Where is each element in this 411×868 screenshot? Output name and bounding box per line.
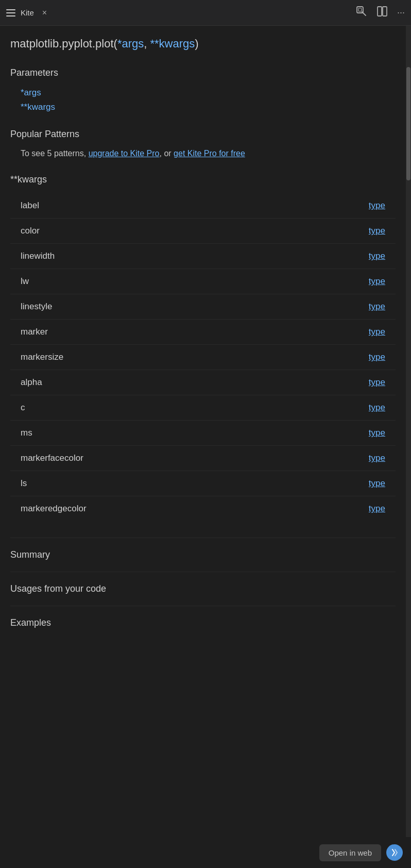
kite-logo	[386, 844, 403, 861]
kwarg-type-link[interactable]: type	[369, 504, 396, 514]
kwargs-item: markeredgecolortype	[10, 496, 396, 521]
kwarg-type-link[interactable]: type	[369, 276, 396, 287]
main-content: matplotlib.pyplot.plot(*args, **kwargs) …	[0, 26, 411, 868]
kwarg-type-link[interactable]: type	[369, 226, 396, 236]
patterns-desc-prefix: To see 5 patterns,	[21, 149, 89, 158]
close-icon[interactable]: ×	[39, 7, 50, 19]
kwargs-item: labeltype	[10, 193, 396, 219]
kwarg-type-link[interactable]: type	[369, 251, 396, 261]
kwargs-item: markertype	[10, 320, 396, 345]
kwargs-item: alphatype	[10, 370, 396, 395]
kwargs-list: labeltypecolortypelinewidthtypelwtypelin…	[10, 193, 396, 521]
bottom-section-item: Examples	[10, 606, 396, 640]
parameters-heading: Parameters	[10, 68, 396, 78]
kwarg-name: markeredgecolor	[21, 504, 87, 514]
svg-rect-3	[378, 7, 382, 16]
function-arg2: **kwargs	[150, 37, 195, 50]
kwarg-name: ls	[21, 478, 27, 489]
kwarg-type-link[interactable]: type	[369, 403, 396, 413]
kwarg-name: linewidth	[21, 251, 55, 261]
function-arg1: *args	[117, 37, 144, 50]
free-link[interactable]: get Kite Pro for free	[174, 149, 245, 158]
function-prefix: matplotlib.pyplot.plot(	[10, 37, 117, 50]
svg-rect-2	[358, 8, 362, 11]
kwarg-type-link[interactable]: type	[369, 377, 396, 388]
bottom-section-item: Usages from your code	[10, 572, 396, 606]
kwarg-type-link[interactable]: type	[369, 352, 396, 362]
patterns-description: To see 5 patterns, upgrade to Kite Pro, …	[10, 147, 396, 160]
kwargs-item: lwtype	[10, 269, 396, 294]
kwarg-type-link[interactable]: type	[369, 428, 396, 438]
content-wrapper: matplotlib.pyplot.plot(*args, **kwargs) …	[0, 26, 411, 868]
kwarg-name: color	[21, 226, 40, 236]
titlebar-left: Kite ×	[6, 7, 50, 19]
patterns-desc-middle: , or	[160, 149, 174, 158]
function-signature: matplotlib.pyplot.plot(*args, **kwargs)	[10, 36, 396, 52]
kwargs-item: linewidthtype	[10, 244, 396, 269]
popular-patterns-heading: Popular Patterns	[10, 129, 396, 140]
tab-label: Kite	[21, 8, 34, 17]
kwargs-item: colortype	[10, 219, 396, 244]
function-comma: ,	[144, 37, 150, 50]
kwarg-type-link[interactable]: type	[369, 453, 396, 463]
kwarg-name: lw	[21, 276, 29, 287]
parameters-section: Parameters *args **kwargs	[10, 68, 396, 114]
titlebar: Kite × ···	[0, 0, 411, 26]
footer-bar: Open in web	[0, 837, 411, 868]
scrollbar-thumb[interactable]	[406, 67, 410, 180]
param-item-args: *args	[10, 86, 396, 100]
kwarg-type-link[interactable]: type	[369, 302, 396, 312]
open-in-web-button[interactable]: Open in web	[319, 844, 381, 861]
kwarg-name: linestyle	[21, 302, 52, 312]
kwarg-name: ms	[21, 428, 32, 438]
kwargs-section: **kwargs labeltypecolortypelinewidthtype…	[10, 174, 396, 521]
kwargs-item: linestyletype	[10, 294, 396, 320]
upgrade-link[interactable]: upgrade to Kite Pro	[89, 149, 160, 158]
hamburger-icon[interactable]	[6, 9, 15, 16]
kwargs-heading: **kwargs	[10, 174, 396, 185]
layout-icon[interactable]	[376, 6, 388, 20]
parameters-list: *args **kwargs	[10, 86, 396, 114]
svg-rect-4	[383, 7, 387, 16]
kwargs-item: markersizetype	[10, 345, 396, 370]
kwarg-name: marker	[21, 327, 48, 337]
kwargs-item: ctype	[10, 395, 396, 421]
function-suffix: )	[195, 37, 198, 50]
kwarg-type-link[interactable]: type	[369, 478, 396, 489]
scrollbar[interactable]	[406, 26, 411, 868]
svg-line-1	[362, 12, 366, 15]
kwargs-item: markerfacecolortype	[10, 446, 396, 471]
kwargs-item: mstype	[10, 421, 396, 446]
search-icon[interactable]	[356, 6, 367, 20]
kwarg-type-link[interactable]: type	[369, 327, 396, 337]
kwarg-name: markerfacecolor	[21, 453, 83, 463]
kwarg-name: label	[21, 201, 39, 211]
bottom-section-item: Summary	[10, 538, 396, 572]
param-item-kwargs: **kwargs	[10, 100, 396, 114]
kwarg-name: c	[21, 403, 25, 413]
popular-patterns-section: Popular Patterns To see 5 patterns, upgr…	[10, 129, 396, 160]
more-icon[interactable]: ···	[397, 7, 405, 18]
titlebar-right: ···	[356, 6, 405, 20]
kwarg-name: alpha	[21, 377, 42, 388]
bottom-sections: SummaryUsages from your codeExamples	[10, 538, 396, 640]
kwargs-item: lstype	[10, 471, 396, 496]
kwarg-type-link[interactable]: type	[369, 201, 396, 211]
kwarg-name: markersize	[21, 352, 63, 362]
